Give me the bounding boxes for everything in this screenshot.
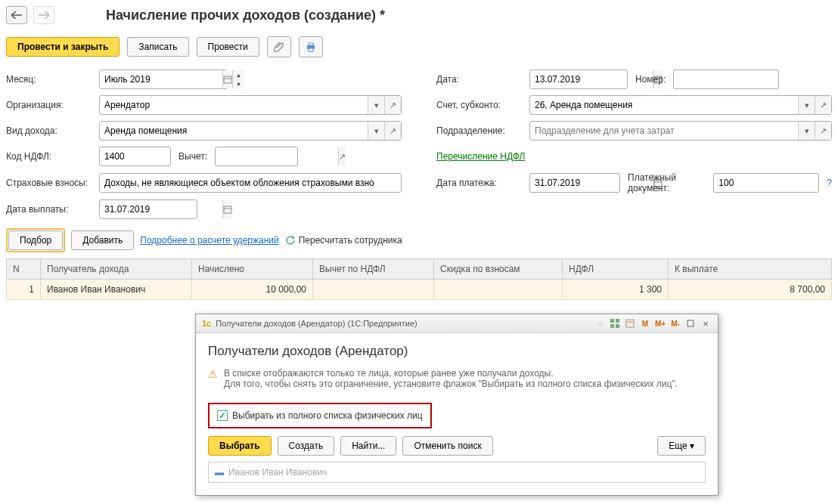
deduction-input[interactable] bbox=[216, 147, 338, 165]
calendar-icon bbox=[223, 205, 232, 214]
arrow-right-icon bbox=[39, 11, 49, 19]
payout-date-label: Дата выплаты: bbox=[6, 204, 93, 215]
dept-input[interactable] bbox=[530, 122, 798, 140]
date-input[interactable] bbox=[530, 70, 653, 88]
help-button[interactable]: ? bbox=[827, 178, 832, 188]
dept-dropdown-button[interactable]: ▾ bbox=[798, 122, 815, 140]
recalc-button[interactable]: Пересчитать сотрудника bbox=[299, 235, 402, 246]
col-accrued: Начислено bbox=[192, 259, 313, 280]
cell-accrued: 10 000,00 bbox=[192, 280, 313, 300]
payment-doc-input[interactable] bbox=[714, 174, 836, 192]
add-button[interactable]: Добавить bbox=[71, 230, 134, 250]
month-label: Месяц: bbox=[6, 74, 93, 85]
calendar-icon bbox=[223, 75, 232, 84]
org-input[interactable] bbox=[100, 96, 368, 114]
printer-icon bbox=[306, 42, 316, 52]
number-label: Номер: bbox=[635, 74, 666, 85]
deduction-label: Вычет: bbox=[178, 151, 207, 162]
svg-rect-3 bbox=[224, 76, 231, 83]
calendar-button[interactable] bbox=[222, 70, 232, 88]
post-button[interactable]: Провести bbox=[197, 37, 259, 57]
payout-date-input[interactable] bbox=[100, 200, 222, 218]
org-label: Организация: bbox=[6, 100, 93, 110]
svg-rect-2 bbox=[309, 48, 313, 51]
cell-ndfl: 1 300 bbox=[563, 280, 669, 300]
recipients-table: N Получатель дохода Начислено Вычет по Н… bbox=[6, 258, 832, 300]
month-up-button[interactable]: ▲ bbox=[232, 70, 244, 79]
col-ins-discount: Скидка по взносам bbox=[434, 259, 563, 280]
month-input[interactable] bbox=[100, 70, 222, 88]
ins-input[interactable] bbox=[100, 174, 401, 192]
dept-label: Подразделение: bbox=[436, 125, 523, 136]
cell-ndfl-deduction bbox=[313, 280, 434, 300]
payout-date-calendar-button[interactable] bbox=[222, 200, 232, 218]
income-type-label: Вид дохода: bbox=[6, 125, 93, 136]
cell-to-pay: 8 700,00 bbox=[669, 280, 832, 300]
more-info-link[interactable]: Подробнее о расчете удержаний bbox=[140, 235, 278, 246]
deduction-open-button[interactable]: ↗ bbox=[338, 147, 346, 165]
paperclip-icon bbox=[274, 42, 284, 52]
account-dropdown-button[interactable]: ▾ bbox=[798, 96, 815, 114]
org-open-button[interactable]: ↗ bbox=[384, 96, 401, 114]
month-down-button[interactable]: ▼ bbox=[232, 79, 244, 88]
ndfl-code-label: Код НДФЛ: bbox=[6, 151, 93, 162]
attach-button[interactable] bbox=[267, 36, 291, 57]
refresh-icon bbox=[285, 235, 296, 246]
nav-back-button[interactable] bbox=[6, 6, 27, 24]
ins-label: Страховые взносы: bbox=[6, 178, 93, 188]
payment-date-label: Дата платежа: bbox=[436, 178, 523, 188]
ndfl-transfer-link[interactable]: Перечисление НДФЛ bbox=[436, 151, 525, 162]
select-button[interactable]: Подбор bbox=[8, 230, 63, 250]
dept-open-button[interactable]: ↗ bbox=[815, 122, 831, 140]
col-n: N bbox=[7, 259, 41, 280]
arrow-left-icon bbox=[11, 11, 22, 19]
org-dropdown-button[interactable]: ▾ bbox=[368, 96, 384, 114]
post-and-close-button[interactable]: Провести и закрыть bbox=[6, 37, 119, 57]
number-input[interactable] bbox=[674, 70, 796, 88]
income-type-dropdown-button[interactable]: ▾ bbox=[368, 122, 384, 140]
nav-forward-button[interactable] bbox=[33, 6, 54, 24]
svg-rect-9 bbox=[224, 206, 231, 213]
save-button[interactable]: Записать bbox=[127, 37, 188, 57]
col-to-pay: К выплате bbox=[669, 259, 832, 280]
cell-ins-discount bbox=[434, 280, 563, 300]
account-open-button[interactable]: ↗ bbox=[815, 96, 831, 114]
table-row[interactable]: 1 Иванов Иван Иванович 10 000,00 1 300 8… bbox=[7, 280, 832, 300]
cell-recipient: Иванов Иван Иванович bbox=[41, 280, 192, 300]
payment-doc-label: Платежный документ: bbox=[628, 172, 706, 193]
account-input[interactable] bbox=[530, 96, 798, 114]
print-button[interactable] bbox=[299, 36, 323, 57]
date-label: Дата: bbox=[436, 74, 523, 85]
col-ndfl-deduction: Вычет по НДФЛ bbox=[313, 259, 434, 280]
income-type-input[interactable] bbox=[100, 122, 368, 140]
col-recipient: Получатель дохода bbox=[41, 259, 192, 280]
col-ndfl: НДФЛ bbox=[563, 259, 669, 280]
income-type-open-button[interactable]: ↗ bbox=[384, 122, 401, 140]
account-label: Счет, субконто: bbox=[436, 100, 523, 110]
page-title: Начисление прочих доходов (создание) * bbox=[106, 8, 385, 23]
cell-n: 1 bbox=[7, 280, 41, 300]
svg-rect-1 bbox=[309, 43, 313, 45]
